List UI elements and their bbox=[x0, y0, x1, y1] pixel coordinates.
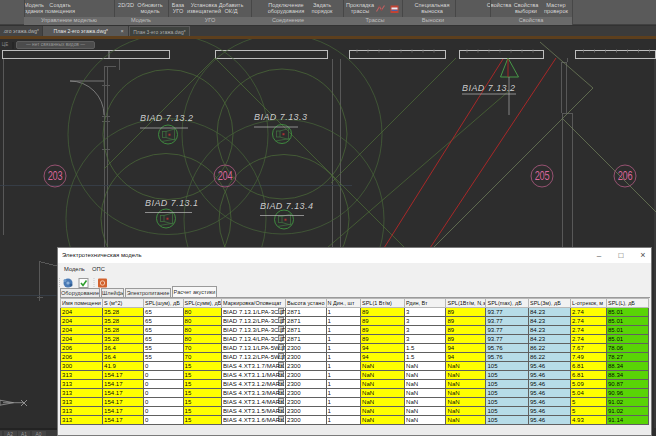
svg-text:BIAD 7.13.3: BIAD 7.13.3 bbox=[254, 112, 307, 122]
svg-text:BIAD 7.13.4: BIAD 7.13.4 bbox=[260, 201, 313, 211]
svg-text:BIAD 7.13.2: BIAD 7.13.2 bbox=[462, 83, 515, 93]
svg-text:204: 204 bbox=[218, 169, 233, 183]
svg-text:206: 206 bbox=[618, 169, 633, 183]
svg-text:BIAD 7.13.1: BIAD 7.13.1 bbox=[145, 198, 198, 208]
svg-text:BIAD 7.13.2: BIAD 7.13.2 bbox=[140, 113, 193, 123]
svg-text:205: 205 bbox=[535, 169, 550, 183]
svg-text:203: 203 bbox=[48, 169, 63, 183]
